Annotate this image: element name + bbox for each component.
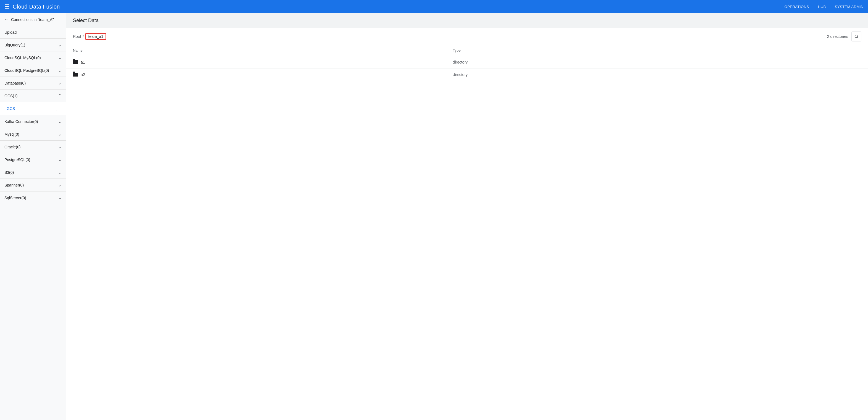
sidebar-item-gcs[interactable]: GCS(1) ⌃ <box>0 90 66 102</box>
breadcrumb-bar: Root / team_a1 2 directories <box>66 28 868 45</box>
row-type: directory <box>446 68 868 81</box>
sidebar-back-label: Connections in "team_A" <box>11 18 54 22</box>
sidebar-item-spanner[interactable]: Spanner(0) ⌄ <box>0 179 66 191</box>
chevron-down-icon: ⌄ <box>58 170 62 175</box>
file-name: a2 <box>81 72 85 77</box>
breadcrumb-separator: / <box>83 34 84 39</box>
sidebar-item-bigquery[interactable]: BigQuery(1) ⌄ <box>0 39 66 51</box>
sidebar-item-cloudsql-mysql[interactable]: CloudSQL MySQL(0) ⌄ <box>0 51 66 64</box>
sidebar: ← Connections in "team_A" Upload BigQuer… <box>0 13 66 420</box>
breadcrumb: Root / team_a1 <box>73 33 106 40</box>
breadcrumb-right: 2 directories <box>827 31 861 41</box>
top-nav: ☰ Cloud Data Fusion OPERATIONS HUB SYSTE… <box>0 0 868 13</box>
table-row[interactable]: a2directory <box>66 68 868 81</box>
col-name: Name <box>66 45 446 56</box>
chevron-down-icon: ⌄ <box>58 68 62 73</box>
sidebar-item-cloudsql-postgresql[interactable]: CloudSQL PostgreSQL(0) ⌄ <box>0 64 66 77</box>
chevron-down-icon: ⌄ <box>58 182 62 188</box>
directories-count: 2 directories <box>827 34 848 39</box>
more-icon[interactable]: ⋮ <box>55 106 59 112</box>
sidebar-item-kafka[interactable]: Kafka Connector(0) ⌄ <box>0 115 66 128</box>
table-header-row: Name Type <box>66 45 868 56</box>
chevron-down-icon: ⌄ <box>58 144 62 149</box>
svg-point-0 <box>855 35 858 37</box>
sidebar-upload[interactable]: Upload <box>0 26 66 39</box>
page-title: Select Data <box>73 18 861 24</box>
nav-hub[interactable]: HUB <box>818 5 826 9</box>
row-type: directory <box>446 56 868 68</box>
chevron-down-icon: ⌄ <box>58 119 62 124</box>
chevron-down-icon: ⌄ <box>58 157 62 162</box>
back-arrow-icon: ← <box>4 17 9 22</box>
row-name: a1 <box>66 56 446 68</box>
main-content: Select Data Root / team_a1 2 directories <box>66 13 868 420</box>
layout: ← Connections in "team_A" Upload BigQuer… <box>0 13 868 420</box>
row-name: a2 <box>66 68 446 81</box>
sidebar-subitem-gcs[interactable]: GCS ⋮ <box>0 102 66 115</box>
sidebar-item-mysql[interactable]: Mysql(0) ⌄ <box>0 128 66 141</box>
search-icon <box>854 34 859 39</box>
menu-icon[interactable]: ☰ <box>4 3 9 10</box>
svg-line-1 <box>857 37 858 38</box>
sidebar-item-oracle[interactable]: Oracle(0) ⌄ <box>0 141 66 153</box>
breadcrumb-current[interactable]: team_a1 <box>85 33 106 40</box>
page-header: Select Data <box>66 13 868 28</box>
table-row[interactable]: a1directory <box>66 56 868 68</box>
chevron-down-icon: ⌄ <box>58 42 62 48</box>
app-title: Cloud Data Fusion <box>13 4 784 10</box>
data-table: Name Type a1directorya2directory <box>66 45 868 81</box>
search-button[interactable] <box>851 31 861 41</box>
chevron-down-icon: ⌄ <box>58 131 62 137</box>
col-type: Type <box>446 45 868 56</box>
folder-icon <box>73 60 78 64</box>
gcs-subitem-label: GCS <box>7 107 15 111</box>
nav-system-admin[interactable]: SYSTEM ADMIN <box>835 5 864 9</box>
chevron-down-icon: ⌄ <box>58 81 62 86</box>
sidebar-back-link[interactable]: ← Connections in "team_A" <box>0 13 66 26</box>
sidebar-item-database[interactable]: Database(0) ⌄ <box>0 77 66 90</box>
sidebar-item-postgresql[interactable]: PostgreSQL(0) ⌄ <box>0 153 66 166</box>
sidebar-item-s3[interactable]: S3(0) ⌄ <box>0 166 66 179</box>
nav-operations[interactable]: OPERATIONS <box>784 5 809 9</box>
sidebar-item-sqlserver[interactable]: SqlServer(0) ⌄ <box>0 191 66 204</box>
file-name: a1 <box>81 60 85 64</box>
table-body: a1directorya2directory <box>66 56 868 81</box>
nav-links: OPERATIONS HUB SYSTEM ADMIN <box>784 5 864 9</box>
folder-icon <box>73 73 78 77</box>
chevron-down-icon: ⌄ <box>58 55 62 60</box>
breadcrumb-root[interactable]: Root <box>73 34 81 39</box>
chevron-down-icon: ⌄ <box>58 195 62 200</box>
chevron-up-icon: ⌃ <box>58 93 62 98</box>
